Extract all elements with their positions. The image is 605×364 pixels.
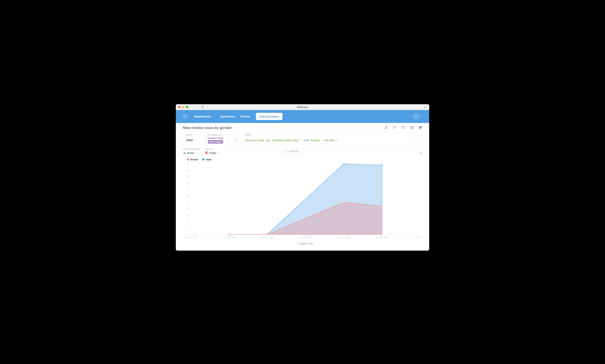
svg-text:June 28, 2016: June 28, 2016 (299, 236, 312, 238)
browser-back-icon[interactable] (192, 106, 195, 108)
svg-text:50: 50 (187, 169, 189, 171)
and-word: and (304, 139, 309, 142)
query-more-menu[interactable] (412, 133, 422, 144)
chevron-down-icon (213, 116, 215, 117)
svg-text:15: 15 (187, 214, 189, 216)
svg-point-32 (381, 205, 383, 207)
svg-point-31 (343, 201, 344, 203)
svg-text:45: 45 (187, 175, 189, 178)
svg-text:June 25, 2016: June 25, 2016 (184, 236, 197, 238)
chevron-down-icon (195, 152, 197, 154)
view-label: VIEW (245, 134, 409, 136)
window-title: Metabase (176, 106, 429, 108)
nav-questions[interactable]: Questions (221, 115, 235, 118)
data-label: DATA (186, 134, 201, 136)
minimize-window-icon[interactable] (182, 106, 184, 108)
aggregation-pill[interactable]: Count of rows (245, 139, 264, 142)
filtered-by-label: FILTERED BY (208, 134, 238, 136)
color-picker[interactable]: COLOR Color (205, 148, 220, 155)
history-icon[interactable] (402, 126, 405, 130)
chart-plot: 0510152025303540455055June 25, 2016June … (183, 162, 422, 247)
svg-text:55: 55 (187, 163, 189, 165)
visualization-value: Area (187, 151, 194, 155)
remove-breakout-icon[interactable]: ✕ (336, 138, 339, 142)
svg-point-28 (381, 164, 383, 166)
window-controls[interactable] (178, 106, 188, 108)
legend-swatch-icon (187, 158, 189, 161)
chevron-down-icon (420, 116, 422, 117)
edit-icon[interactable] (384, 126, 388, 130)
chart: female male 0510152025303540455055June 2… (176, 155, 429, 251)
share-link-icon[interactable] (424, 106, 427, 108)
svg-text:30: 30 (187, 195, 189, 197)
user-menu[interactable]: GP (413, 114, 422, 119)
page-title: New rendez-vous by gender (183, 126, 232, 130)
svg-text:25: 25 (187, 201, 189, 203)
new-question-button[interactable]: New Question (256, 113, 282, 120)
svg-text:0: 0 (188, 233, 189, 235)
breakout-1-pill[interactable]: Creation Date: Day ✕ (272, 138, 302, 142)
data-source-picker[interactable]: DATA Offer (183, 133, 204, 144)
svg-point-27 (343, 163, 344, 165)
nav-dashboards-label: Dashboards (194, 115, 211, 118)
visualization-picker[interactable]: VISUALIZATION Area (183, 148, 200, 155)
refresh-button[interactable]: Refresh (280, 148, 303, 155)
metabase-logo-icon[interactable] (183, 114, 187, 119)
filter-field-name: Creation Date (208, 137, 223, 140)
chevron-down-icon (218, 152, 220, 154)
chevron-down-icon (195, 139, 197, 141)
mac-titlebar: Metabase (176, 104, 429, 110)
svg-text:20: 20 (187, 207, 189, 210)
breakout-join-icon (321, 139, 323, 141)
legend-item-male[interactable]: male (202, 158, 211, 161)
svg-rect-1 (410, 126, 413, 129)
svg-point-29 (228, 234, 230, 235)
by-word: by (266, 139, 270, 142)
svg-rect-3 (420, 126, 421, 129)
browser-forward-icon[interactable] (196, 106, 198, 108)
color-swatch-icon (205, 151, 208, 154)
svg-text:5: 5 (188, 227, 189, 229)
svg-text:Creation Date: Creation Date (298, 242, 313, 245)
remove-filter-icon[interactable]: ✕ (226, 139, 228, 142)
legend-item-female[interactable]: female (187, 158, 198, 161)
close-window-icon[interactable] (178, 106, 181, 108)
breakout-2-pill[interactable]: Author Gender ✕ (311, 138, 339, 142)
svg-point-30 (266, 234, 268, 235)
nav-pulses[interactable]: Pulses (240, 115, 250, 118)
browser-reload-icon[interactable] (201, 106, 204, 108)
data-source-name: Offer (186, 139, 193, 142)
svg-text:July 1, 2016: July 1, 2016 (415, 236, 422, 238)
svg-text:June 26, 2016: June 26, 2016 (223, 236, 236, 238)
svg-text:June 29, 2016: June 29, 2016 (337, 236, 350, 238)
chart-legend: female male (183, 157, 422, 162)
refresh-label: Refresh (289, 150, 299, 153)
remove-breakout-icon[interactable]: ✕ (299, 138, 302, 142)
color-value: Color (209, 151, 217, 155)
svg-point-2 (411, 127, 412, 128)
svg-text:35: 35 (187, 188, 189, 191)
download-icon[interactable] (419, 151, 422, 155)
nav-dashboards[interactable]: Dashboards (194, 115, 215, 118)
refresh-icon (285, 150, 288, 153)
image-icon[interactable] (410, 126, 414, 130)
avatar: GP (413, 114, 419, 119)
add-filter-button[interactable]: + (234, 138, 238, 143)
data-reference-icon[interactable] (419, 126, 422, 130)
app-navbar: Dashboards Questions Pulses New Question… (176, 110, 429, 123)
app-window: Metabase Dashboards Questions Pulses (176, 104, 429, 251)
area-chart-icon (183, 152, 186, 154)
svg-text:10: 10 (187, 220, 189, 223)
svg-text:June 27, 2016: June 27, 2016 (261, 236, 274, 238)
legend-swatch-icon (202, 158, 204, 161)
svg-text:June 30, 2016: June 30, 2016 (376, 236, 388, 238)
view-section: VIEW Count of rows by Creation Date: Day… (241, 133, 412, 144)
query-editor: DATA Offer FILTERED BY Creation Date Pas… (183, 133, 422, 144)
filter-pill[interactable]: Creation Date Past 7 Days (208, 137, 223, 143)
filter-section: FILTERED BY Creation Date Past 7 Days ✕ … (204, 133, 241, 144)
add-to-dashboard-icon[interactable] (393, 126, 396, 130)
svg-text:40: 40 (187, 182, 189, 184)
filter-value-badge: Past 7 Days (208, 140, 223, 143)
svg-rect-0 (393, 126, 395, 128)
maximize-window-icon[interactable] (186, 106, 188, 108)
